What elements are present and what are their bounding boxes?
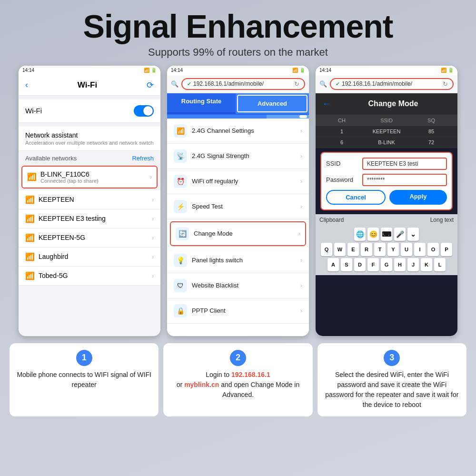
emoji-key[interactable]: 🌐 [354,228,366,241]
key-w[interactable]: W [334,243,346,256]
key-f[interactable]: F [367,258,379,271]
refresh-button[interactable]: Refresh [132,155,154,162]
keyboard-icon-key[interactable]: ⌨ [381,228,392,241]
cm-back-icon[interactable]: ← [322,99,331,109]
chevron-icon: › [300,152,302,159]
menu-item-channel[interactable]: 📶 2.4G Channel Settings › [167,119,309,144]
wifi-label: Wi-Fi [25,107,42,115]
table-row-1[interactable]: 1 KEEPTEEN 85 [316,126,457,137]
chevron-icon: › [152,272,154,279]
network-assistant[interactable]: Network assistant Acceleration over mult… [19,127,160,151]
menu-item-wifi-off[interactable]: ⏰ WiFi off regularly › [167,169,309,194]
wifi-icon: 📶 [25,214,35,223]
network-item-laughbird[interactable]: 📶Laughbird › [19,248,160,267]
phone1-content: ‹ Wi-Fi ⟳ Wi-Fi Network assistant Accele… [19,75,160,336]
url-bar[interactable]: ✔ 192.168.16.1/admin/mobile/ ↻ [181,78,305,90]
connected-network-item[interactable]: 📶 B-LINK_F110C6 Connected (tap to share)… [21,166,158,188]
back-icon[interactable]: ‹ [25,80,28,90]
secure-icon: ✔ [336,81,340,87]
phone1-status-bar: 14:14 📶 🔋 [19,66,160,75]
chevron-icon: › [300,307,302,314]
key-e[interactable]: E [347,243,359,256]
key-l[interactable]: L [434,258,446,271]
mic-icon-key[interactable]: 🎤 [394,228,406,241]
key-i[interactable]: I [414,243,426,256]
phone3-status-bar: 14:14 📶 🔋 [316,66,457,75]
change-mode-header: ← Change Mode [316,93,457,115]
key-j[interactable]: J [407,258,419,271]
menu-text-panel: Panel lights switch [192,257,243,264]
connected-net-name: B-LINK_F110C6 [40,170,99,178]
key-t[interactable]: T [374,243,386,256]
chevron-icon: › [300,178,302,185]
wifi-title: Wi-Fi [78,80,97,90]
key-k[interactable]: K [421,258,432,271]
key-o[interactable]: O [427,243,439,256]
search-icon: 🔍 [319,80,327,88]
ssid-input[interactable]: KEEPTEEN E3 testi [362,158,447,170]
channel-icon: 📶 [174,124,187,138]
connected-net-sub: Connected (tap to share) [40,178,99,184]
chevron-icon: › [150,173,152,180]
key-u[interactable]: U [401,243,412,256]
phone3-url-bar[interactable]: ✔ 192.168.16.1/admin/mobile/ ↻ [330,78,454,90]
menu-text-speedtest: Speed Test [192,203,223,210]
key-s[interactable]: S [341,258,352,271]
menu-text-signal: 2.4G Signal Strength [192,152,249,159]
chevron-icon: › [300,282,302,289]
network-item-tobed-5g[interactable]: 📶Tobed-5G › [19,267,160,286]
chevron-icon: › [152,196,154,203]
cancel-button[interactable]: Cancel [326,190,386,205]
refresh-icon[interactable]: ↻ [443,80,448,88]
td-ssid-2: B-LINK [364,139,409,145]
key-r[interactable]: R [361,243,372,256]
main-title: Signal Enhancement [83,9,393,44]
menu-item-change-mode[interactable]: 🔄 Change Mode › [170,221,306,246]
tab-routing-state[interactable]: Routing State [167,93,236,114]
scan-icon[interactable]: ⟳ [147,80,154,90]
search-icon: 🔍 [171,80,178,88]
page-wrapper: Signal Enhancement Supports 99% of route… [0,0,476,476]
menu-item-blacklist[interactable]: 🛡 Website Blacklist › [167,273,309,298]
key-p[interactable]: P [441,243,452,256]
wifi-table-header: CH SSID SQ [316,115,457,126]
key-y[interactable]: Y [387,243,399,256]
chevron-down-key[interactable]: ⌄ [407,228,419,241]
password-input[interactable]: ******** [362,174,447,186]
menu-item-panel[interactable]: 💡 Panel lights switch › [167,248,309,273]
phones-row: 14:14 📶 🔋 ‹ Wi-Fi ⟳ Wi-Fi Network assist… [10,65,466,337]
key-d[interactable]: D [354,258,366,271]
step-2-url2: myblink.cn [184,381,219,388]
menu-item-speedtest[interactable]: ⚡ Speed Test › [167,194,309,219]
wifi-toggle[interactable] [134,105,154,117]
tab-advanced[interactable]: Advanced [237,95,307,112]
step-3-number: 3 [384,350,400,366]
apply-button[interactable]: Apply [389,190,447,205]
na-title: Network assistant [25,131,154,139]
longtext-label[interactable]: Long text [430,217,454,223]
th-sq: SQ [409,118,454,123]
td-ssid-1: KEEPTEEN [364,129,409,134]
step-2-text: Login to 192.168.16.1 or myblink.cn and … [169,370,307,400]
key-h[interactable]: H [394,258,406,271]
menu-item-signal[interactable]: 📡 2.4G Signal Strength › [167,144,309,169]
network-item-keepteen-5g[interactable]: 📶KEEPTEEN-5G › [19,228,160,248]
menu-text-change-mode: Change Mode [194,230,233,237]
clipboard-label[interactable]: Clipboard [319,217,344,223]
menu-item-pptp[interactable]: 🔒 PPTP Client › [167,298,309,324]
key-g[interactable]: G [381,258,392,271]
key-a[interactable]: A [327,258,339,271]
phone-1: 14:14 📶 🔋 ‹ Wi-Fi ⟳ Wi-Fi Network assist… [18,65,161,337]
network-item-keepteen[interactable]: 📶KEEPTEEN › [19,190,160,209]
browser-bar: 🔍 ✔ 192.168.16.1/admin/mobile/ ↻ [167,75,309,93]
change-mode-icon: 🔄 [176,227,189,240]
table-row-2[interactable]: 6 B-LINK 72 [316,137,457,148]
chevron-icon: › [152,234,154,241]
refresh-icon[interactable]: ↻ [294,80,299,88]
key-q[interactable]: Q [321,243,332,256]
th-ssid: SSID [364,118,409,123]
emoji-key-2[interactable]: 😊 [367,228,379,241]
secure-icon: ✔ [187,81,191,87]
chevron-icon: › [300,203,302,210]
network-item-keepteen-e3[interactable]: 📶KEEPTEEN E3 testing › [19,209,160,228]
